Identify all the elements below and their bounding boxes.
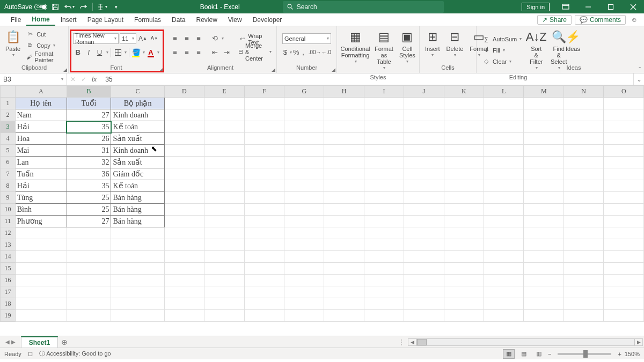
copy-button[interactable]: ⧉Copy▾ [25,40,66,51]
cell-E9[interactable] [204,192,244,204]
cell-N17[interactable] [564,286,603,298]
cell-D18[interactable] [164,298,204,310]
row-header-8[interactable]: 8 [1,180,16,192]
cell-B10[interactable]: 25 [67,204,111,216]
cell-D7[interactable] [164,168,204,180]
cell-N16[interactable] [564,275,603,286]
cell-M10[interactable] [524,204,564,216]
fx-icon[interactable]: fx [92,76,97,83]
cell-I15[interactable] [364,263,404,275]
cell-B13[interactable] [67,239,111,251]
cell-I16[interactable] [364,275,404,286]
bold-button[interactable]: B [73,47,83,58]
cell-C19[interactable] [111,310,164,322]
cell-A6[interactable]: Lan [15,157,67,168]
cell-F14[interactable] [244,251,284,263]
cell-E15[interactable] [204,263,244,275]
col-header-K[interactable]: K [444,86,484,98]
cancel-icon[interactable]: ✕ [70,76,76,83]
cell-O12[interactable] [604,227,644,239]
decrease-indent-button[interactable]: ⇤ [209,47,220,58]
zoom-in-button[interactable]: + [618,351,621,357]
cell-G15[interactable] [284,263,324,275]
cell-J16[interactable] [404,275,444,286]
cell-A18[interactable] [15,298,67,310]
col-header-L[interactable]: L [484,86,524,98]
cell-N10[interactable] [564,204,603,216]
sign-in-button[interactable]: Sign in [522,3,550,11]
col-header-A[interactable]: A [15,86,67,98]
cell-L19[interactable] [484,310,524,322]
cell-M19[interactable] [524,310,564,322]
tab-view[interactable]: View [223,13,247,26]
row-header-9[interactable]: 9 [1,192,16,204]
font-name-combo[interactable]: Times New Roman▾ [73,33,119,44]
cell-B18[interactable] [67,298,111,310]
dialog-launcher-icon[interactable]: ◢ [63,67,67,72]
cell-E17[interactable] [204,286,244,298]
cell-L5[interactable] [484,145,524,157]
cell-H3[interactable] [324,121,364,133]
cell-F11[interactable] [244,216,284,227]
cell-E16[interactable] [204,275,244,286]
cell-J19[interactable] [404,310,444,322]
page-break-view-icon[interactable]: ▥ [533,349,545,359]
cell-M12[interactable] [524,227,564,239]
cell-L3[interactable] [484,121,524,133]
align-center-button[interactable]: ≡ [181,47,192,58]
cell-I17[interactable] [364,286,404,298]
cell-N15[interactable] [564,263,603,275]
cell-H17[interactable] [324,286,364,298]
cell-E2[interactable] [204,109,244,121]
cell-G11[interactable] [284,216,324,227]
cell-K15[interactable] [444,263,484,275]
feedback-icon[interactable]: ☺ [629,14,640,25]
cell-E12[interactable] [204,227,244,239]
cell-A5[interactable]: Mai [15,145,67,157]
cell-K11[interactable] [444,216,484,227]
increase-indent-button[interactable]: ⇥ [221,47,232,58]
cell-N8[interactable] [564,180,603,192]
cell-H6[interactable] [324,157,364,168]
cell-M2[interactable] [524,109,564,121]
cell-D3[interactable] [164,121,204,133]
cell-F9[interactable] [244,192,284,204]
cell-E19[interactable] [204,310,244,322]
row-header-5[interactable]: 5 [1,145,16,157]
cell-K4[interactable] [444,133,484,145]
cell-E8[interactable] [204,180,244,192]
cell-E14[interactable] [204,251,244,263]
cell-C6[interactable]: Sản xuất [111,157,164,168]
col-header-D[interactable]: D [164,86,204,98]
cell-C15[interactable] [111,263,164,275]
row-header-3[interactable]: 3 [1,121,16,133]
row-header-6[interactable]: 6 [1,157,16,168]
cell-N12[interactable] [564,227,603,239]
cell-D17[interactable] [164,286,204,298]
cell-G18[interactable] [284,298,324,310]
cell-G1[interactable] [284,98,324,109]
cell-O19[interactable] [604,310,644,322]
merge-center-button[interactable]: ⊟Merge & Center▾ [237,47,273,57]
cell-D10[interactable] [164,204,204,216]
cell-A9[interactable]: Tùng [15,192,67,204]
cell-I14[interactable] [364,251,404,263]
cell-J8[interactable] [404,180,444,192]
cell-B9[interactable]: 25 [67,192,111,204]
comments-button[interactable]: 💬Comments [575,15,626,25]
cell-F18[interactable] [244,298,284,310]
touch-mode-icon[interactable]: ▾ [96,1,108,13]
cell-B6[interactable]: 32 [67,157,111,168]
cell-A1[interactable]: Họ tên [15,98,67,109]
cell-F3[interactable] [244,121,284,133]
cell-D16[interactable] [164,275,204,286]
cell-I5[interactable] [364,145,404,157]
align-middle-button[interactable]: ≡ [181,33,192,44]
cell-L2[interactable] [484,109,524,121]
cell-N19[interactable] [564,310,603,322]
cell-A11[interactable]: Phương [15,216,67,227]
cell-H18[interactable] [324,298,364,310]
cell-O2[interactable] [604,109,644,121]
cell-A8[interactable]: Hải [15,180,67,192]
autosum-button[interactable]: ∑AutoSum▾ [481,34,523,45]
